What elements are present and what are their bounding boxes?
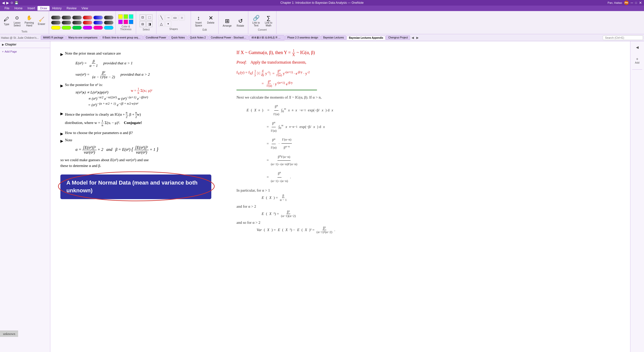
pen-black-3[interactable] (72, 16, 82, 20)
search-box[interactable] (603, 35, 643, 40)
nav-scroll-right[interactable]: ▶ (415, 36, 420, 39)
pen-black-4[interactable] (104, 16, 113, 20)
pen-red-2[interactable] (83, 21, 92, 25)
swatch-cyan[interactable] (129, 14, 133, 19)
content-area: ▶ Note the prior mean and variance are E… (50, 41, 630, 352)
pen-magenta-1[interactable] (93, 26, 103, 30)
rotate-button[interactable]: ↺ Rotate (235, 17, 246, 28)
nav-tab-mams[interactable]: MAMS R package (41, 35, 66, 40)
save-icon[interactable]: 💾 (15, 1, 18, 5)
nav-tab-quick-notes[interactable]: Quick Notes (169, 35, 187, 40)
pen-black-7[interactable] (72, 21, 82, 25)
insert-space-button[interactable]: ↕ InsertSpace (193, 14, 204, 28)
shape-btn-4[interactable]: ○ (179, 15, 185, 20)
pen-black-5[interactable] (51, 21, 61, 25)
pen-black-1[interactable] (51, 16, 61, 20)
chapter-panel: ▶ Chapter + Add Page (0, 41, 50, 352)
select-btn-1[interactable]: ⊡ (140, 14, 146, 20)
select-btn-3[interactable]: ⊟ (140, 21, 146, 27)
window-forward-icon[interactable]: ▶ (6, 1, 9, 5)
bullet-how-to-choose: ▶ How to choose the prior parameters α a… (60, 131, 216, 136)
tab-draw[interactable]: Draw (37, 6, 50, 11)
swatch-purple[interactable] (118, 20, 123, 24)
lasso-select-button[interactable]: ⊙ LassoSelect (12, 14, 22, 28)
nav-tab-conditional-power[interactable]: Conditional Power (143, 35, 168, 40)
select-btn-2[interactable]: ⬚ (146, 14, 152, 20)
close-button[interactable]: ✕ (639, 1, 642, 5)
tools-section: 🖊 Type ⊙ LassoSelect ✋ PanningHand 🧹 Era… (0, 11, 49, 34)
insert-space-label: InsertSpace (195, 21, 202, 27)
pen-yellow-1[interactable] (51, 26, 61, 30)
link-to-text-button[interactable]: 🔗 Link toText (250, 14, 262, 28)
tab-review[interactable]: Review (64, 6, 79, 11)
link-to-math-button[interactable]: ∑ Link toMath (263, 14, 274, 28)
title-bar-controls[interactable]: ◀ ▶ ⊙ 💾 (2, 1, 18, 5)
color-thickness-section: Color &Thickness (116, 11, 136, 34)
right-panel-divider (632, 69, 642, 70)
delete-button[interactable]: ✕ Delete (205, 14, 216, 28)
swatch-blue[interactable] (129, 20, 133, 24)
collapse-sidebar-button[interactable]: ◀ (632, 43, 642, 51)
window-back-icon[interactable]: ◀ (2, 1, 5, 5)
tab-insert[interactable]: Insert (25, 6, 37, 11)
typed-moments-text: Next we calculate the moments of X ~ IG(… (236, 95, 620, 100)
add-page-button[interactable]: + Add Page (0, 49, 50, 54)
link-to-math-label: Link toMath (265, 21, 272, 27)
swatch-lime[interactable] (124, 14, 128, 19)
handwritten-gamma-theorem: If X ~ Gamma(α, β), then Y = 1X ~ IG(α, … (236, 49, 620, 57)
nav-tab-stochastic[interactable]: Conditional Power - Stochastic Curtail..… (209, 35, 249, 40)
quick-access-icon[interactable]: ⊙ (11, 1, 13, 5)
shape-btn-1[interactable]: ╲ (158, 15, 165, 20)
formula-varx: Var(X) = E(X²) − E(X)² = β²(α−1)²(α−2) . (257, 226, 620, 234)
pen-blue-1[interactable] (93, 16, 103, 20)
add-section-button[interactable]: + Add (632, 53, 642, 68)
bullet-prior-mean: ▶ Note the prior mean and variance are (60, 51, 216, 57)
pen-red-1[interactable] (83, 16, 92, 20)
formula-pi-3: = (σ²)−(α + n/2 + 1) e−(β + n/2·w)/σ² (88, 102, 216, 107)
maximize-button[interactable]: □ (635, 1, 637, 5)
nav-tab-quick-notes-2[interactable]: Quick Notes 2 (188, 35, 208, 40)
pen-lime-1[interactable] (62, 26, 71, 30)
swatch-yellow[interactable] (118, 14, 123, 19)
search-input[interactable] (603, 35, 643, 40)
formula-alpha-beta: α = [E(σ²)]²var(σ²) + 2 and β = E(σ²) { … (75, 145, 216, 155)
nav-tab-many-to-one[interactable]: Many-to-one comparisons (66, 35, 100, 40)
window-controls[interactable]: Pan, Haitao PH ─ □ ✕ (608, 1, 642, 5)
nav-tab-bayesian-appendix[interactable]: Bayesian Lectures Appendix (347, 36, 385, 40)
tab-home[interactable]: Home (12, 6, 25, 11)
type-button[interactable]: 🖊 Type (2, 15, 11, 26)
select-btn-4[interactable]: ◨ (146, 21, 152, 27)
nav-tab-chengruo[interactable]: Chengruo Project (386, 35, 410, 40)
nav-tab-phase23[interactable]: Phase 2-3 seamless design (285, 35, 320, 40)
tab-file[interactable]: File (2, 6, 12, 11)
eraser-button[interactable]: 🧹 Eraser (36, 15, 47, 26)
tab-history[interactable]: History (50, 6, 64, 11)
shape-btn-3[interactable]: ▭ (172, 15, 178, 20)
pen-green-1[interactable] (72, 26, 82, 30)
pen-black-2[interactable] (62, 16, 71, 20)
tab-view[interactable]: View (79, 6, 91, 11)
pen-purple-1[interactable] (83, 26, 92, 30)
text-so-we-could: so we could make guesses about E(σ²) and… (60, 157, 216, 168)
shape-btn-5[interactable]: △ (158, 21, 165, 27)
pen-cyan-1[interactable] (104, 26, 113, 30)
pen-black-8[interactable] (104, 21, 113, 25)
nav-tab-bayesian[interactable]: Bayesian Lectures (321, 35, 346, 40)
nav-scroll-left[interactable]: ◀ (411, 36, 415, 39)
arrange-button[interactable]: ⊞ Arrange (221, 17, 234, 28)
shape-btn-2[interactable]: → (165, 15, 171, 20)
page-content[interactable]: ▶ Note the prior mean and variance are E… (50, 41, 630, 352)
swatch-magenta[interactable] (124, 20, 128, 24)
user-avatar[interactable]: PH (624, 1, 629, 5)
panning-hand-button[interactable]: ✋ PanningHand (23, 14, 35, 28)
shape-more[interactable]: ▾ (165, 21, 171, 27)
nav-tab-basic-time[interactable]: 8 Basic time-to-event group sequential .… (100, 35, 143, 40)
nav-tab-chinese[interactable]: 样本量计算:生存性态 R 软件演示 (249, 35, 285, 40)
select-section: ⊡ ⬚ ⊟ ◨ Select (136, 11, 156, 34)
pen-blue-2[interactable] (93, 21, 103, 25)
minimize-button[interactable]: ─ (631, 1, 633, 5)
text-and-so-for: and so for α > 2 (236, 221, 620, 225)
handwritten-proof: Proof: Apply the transformation theorem, (236, 60, 620, 65)
pen-black-6[interactable] (62, 21, 71, 25)
color-thickness-label: Color &Thickness (120, 25, 131, 31)
